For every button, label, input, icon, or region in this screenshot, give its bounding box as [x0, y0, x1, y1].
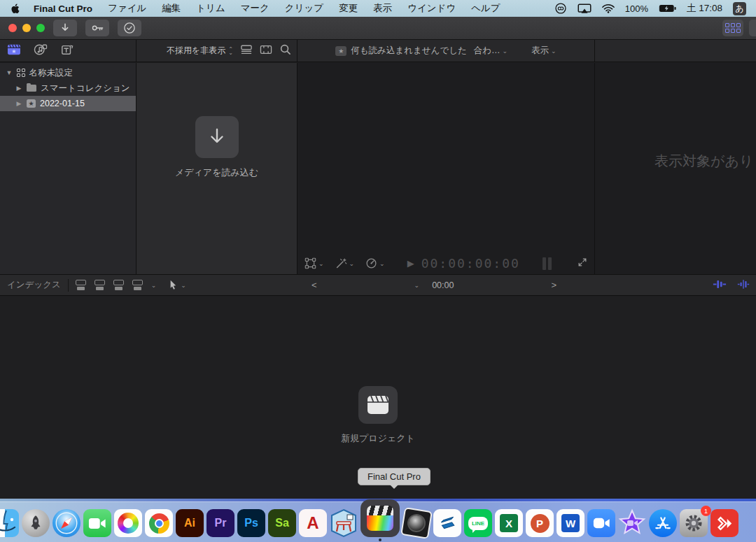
- show-titles-generators-icon[interactable]: [60, 43, 74, 59]
- speedometer-icon: [365, 257, 377, 269]
- magic-wand-icon: [335, 257, 347, 269]
- video-camera-icon: [88, 517, 106, 530]
- menu-clock[interactable]: 土 17:08: [687, 2, 722, 15]
- input-method-badge[interactable]: あ: [733, 2, 746, 15]
- close-window-button[interactable]: [8, 24, 17, 32]
- keyword-editor-button[interactable]: [85, 20, 109, 36]
- dock-photos[interactable]: [114, 509, 142, 537]
- dock-autocad[interactable]: A: [299, 509, 327, 537]
- play-button[interactable]: ▶: [407, 258, 414, 269]
- append-edit-icon[interactable]: [113, 280, 124, 290]
- clip-list-view-icon[interactable]: [240, 44, 253, 58]
- dock-photoshop[interactable]: Ps: [237, 509, 265, 537]
- retime-control[interactable]: ⌄: [365, 257, 385, 269]
- dock-excel[interactable]: X: [495, 509, 523, 537]
- viewer-view-dropdown[interactable]: 表示⌄: [531, 45, 556, 57]
- menu-item-trim[interactable]: トリム: [196, 2, 225, 15]
- line-bubble-icon: LINE: [468, 517, 488, 530]
- app-store-a-icon: [654, 514, 672, 532]
- wifi-icon[interactable]: [602, 4, 615, 13]
- libraries-sidebar: ▼ 名称未設定 ▶ スマートコレクション ▶ ★ 2022-01-15: [0, 63, 136, 274]
- tool-selector[interactable]: ⌄: [169, 280, 186, 290]
- viewer-timecode: 00:00:00:00: [421, 256, 520, 271]
- library-icon: [17, 69, 25, 77]
- sidebar-item-library[interactable]: ▼ 名称未設定: [0, 65, 136, 80]
- dock-system-settings[interactable]: 1: [680, 509, 708, 537]
- menu-item-window[interactable]: ウインドウ: [407, 2, 456, 15]
- menu-item-view[interactable]: 表示: [373, 2, 392, 15]
- sidebar-item-smart-collection[interactable]: ▶ スマートコレクション: [0, 80, 136, 96]
- next-frame-button[interactable]: >: [551, 280, 556, 290]
- dock-imovie[interactable]: [618, 509, 646, 537]
- compass-icon: [55, 511, 78, 535]
- sidebar-item-event[interactable]: ▶ ★ 2022-01-15: [0, 96, 136, 111]
- overwrite-edit-icon[interactable]: [132, 280, 143, 290]
- timeline-toggle-button-partial[interactable]: [749, 20, 756, 36]
- menu-item-file[interactable]: ファイル: [108, 2, 146, 15]
- zoom-window-button[interactable]: [36, 24, 45, 32]
- dock-final-cut-pro[interactable]: [360, 499, 400, 537]
- dock-substance-sampler[interactable]: Sa: [268, 509, 296, 537]
- menu-item-edit[interactable]: 編集: [162, 2, 181, 15]
- dock-premiere[interactable]: Pr: [206, 509, 234, 537]
- active-app-name[interactable]: Final Cut Pro: [34, 3, 92, 14]
- search-icon[interactable]: [279, 43, 291, 58]
- menu-item-clip[interactable]: クリップ: [285, 2, 323, 15]
- show-libraries-icon[interactable]: [7, 43, 21, 59]
- dock-facetime[interactable]: [83, 509, 111, 537]
- filmstrip-view-icon[interactable]: [260, 44, 272, 58]
- import-media-button[interactable]: [195, 116, 239, 158]
- dock-red-diamond-app[interactable]: [710, 509, 738, 537]
- disclosure-closed-icon[interactable]: ▶: [15, 85, 22, 92]
- insert-edit-icon[interactable]: [94, 280, 105, 290]
- viewer-pane: ⌄ ⌄ ⌄ ▶ 00:00:00:00: [298, 63, 595, 274]
- dock-launchpad[interactable]: [22, 509, 50, 537]
- timeline-history-chevron-icon[interactable]: ⌄: [414, 282, 420, 289]
- dock-zoom[interactable]: [587, 509, 615, 537]
- minimize-window-button[interactable]: [22, 24, 31, 32]
- menu-item-modify[interactable]: 変更: [339, 2, 358, 15]
- disclosure-open-icon[interactable]: ▼: [6, 69, 13, 76]
- screen-mirroring-icon[interactable]: [578, 3, 592, 14]
- apple-menu-icon[interactable]: [10, 3, 20, 15]
- dock-sketchup[interactable]: [433, 509, 461, 537]
- hide-rejected-filter[interactable]: 不採用を非表示 ⌃⌄: [167, 45, 233, 57]
- browser-toggle-button[interactable]: [722, 20, 743, 36]
- viewer-controls: ⌄ ⌄ ⌄ ▶ 00:00:00:00: [298, 252, 594, 274]
- skimming-toggle-icon[interactable]: [713, 279, 727, 292]
- download-arrow-icon: [206, 127, 227, 148]
- dock-finder[interactable]: [0, 509, 19, 537]
- dock-app-store[interactable]: [649, 509, 677, 537]
- disclosure-closed-icon[interactable]: ▶: [15, 100, 22, 107]
- menu-item-mark[interactable]: マーク: [241, 2, 270, 15]
- index-button[interactable]: インデックス: [7, 279, 61, 291]
- show-photos-audio-icon[interactable]: [34, 43, 48, 59]
- transform-control[interactable]: ⌄: [304, 257, 324, 269]
- dock-illustrator[interactable]: Ai: [176, 509, 204, 537]
- audio-skimming-toggle-icon[interactable]: [736, 279, 750, 292]
- menu-item-help[interactable]: ヘルプ: [471, 2, 500, 15]
- edit-options-chevron-icon[interactable]: ⌄: [151, 282, 157, 289]
- previous-frame-button[interactable]: <: [312, 280, 317, 290]
- import-media-toolbar-button[interactable]: [53, 20, 77, 36]
- dock-powerpoint[interactable]: P: [526, 509, 554, 537]
- key-icon: [91, 23, 104, 33]
- creative-cloud-icon[interactable]: [554, 2, 567, 15]
- timeline-toolbar: インデックス ⌄ ⌄ < ⌄ 00:00 >: [0, 274, 756, 296]
- sampler-label: Sa: [275, 517, 289, 529]
- fullscreen-expand-icon[interactable]: [578, 257, 587, 270]
- effects-control[interactable]: ⌄: [335, 257, 355, 269]
- new-project-button[interactable]: [358, 386, 398, 424]
- media-browser-pane: メディアを読み込む: [136, 63, 298, 274]
- viewer-zoom-dropdown[interactable]: 合わ…⌄: [474, 45, 507, 57]
- dock-line[interactable]: LINE: [464, 509, 492, 537]
- audio-meters[interactable]: [542, 257, 552, 270]
- gear-icon: [683, 513, 704, 534]
- dock-word[interactable]: W: [556, 509, 584, 537]
- dock-chrome[interactable]: [145, 509, 173, 537]
- dock-safari[interactable]: [52, 509, 80, 537]
- dock-home-design-app[interactable]: [330, 509, 358, 537]
- connect-edit-icon[interactable]: [76, 280, 86, 290]
- dock-logic-pro[interactable]: [400, 507, 433, 539]
- background-tasks-button[interactable]: [118, 20, 141, 36]
